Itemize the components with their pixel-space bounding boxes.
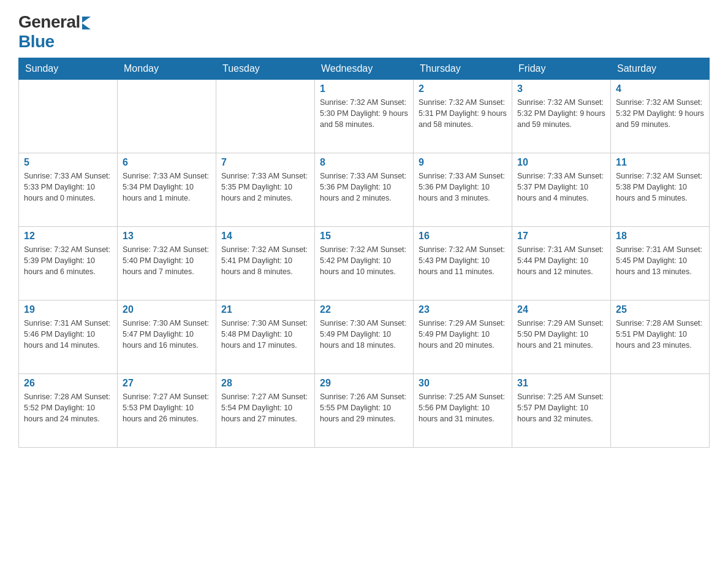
day-info: Sunrise: 7:28 AM Sunset: 5:52 PM Dayligh… xyxy=(24,391,112,424)
day-info: Sunrise: 7:32 AM Sunset: 5:32 PM Dayligh… xyxy=(517,97,605,130)
day-number: 8 xyxy=(320,157,408,168)
day-info: Sunrise: 7:33 AM Sunset: 5:36 PM Dayligh… xyxy=(320,170,408,204)
day-info: Sunrise: 7:33 AM Sunset: 5:35 PM Dayligh… xyxy=(221,170,309,204)
calendar-header-sunday: Sunday xyxy=(19,58,118,80)
calendar-cell xyxy=(216,80,315,153)
calendar-cell: 25Sunrise: 7:28 AM Sunset: 5:51 PM Dayli… xyxy=(611,301,710,374)
logo-blue-text: Blue xyxy=(18,32,55,51)
day-info: Sunrise: 7:30 AM Sunset: 5:47 PM Dayligh… xyxy=(123,318,211,351)
day-number: 25 xyxy=(616,304,704,315)
day-info: Sunrise: 7:32 AM Sunset: 5:32 PM Dayligh… xyxy=(616,97,704,130)
day-number: 11 xyxy=(616,157,704,168)
day-info: Sunrise: 7:25 AM Sunset: 5:56 PM Dayligh… xyxy=(419,391,507,424)
calendar-cell: 12Sunrise: 7:32 AM Sunset: 5:39 PM Dayli… xyxy=(19,227,118,301)
day-number: 5 xyxy=(24,157,112,168)
day-number: 10 xyxy=(517,157,605,168)
calendar-header-saturday: Saturday xyxy=(611,58,710,80)
day-info: Sunrise: 7:31 AM Sunset: 5:44 PM Dayligh… xyxy=(517,244,605,277)
logo: General Blue xyxy=(18,12,91,52)
calendar-cell: 4Sunrise: 7:32 AM Sunset: 5:32 PM Daylig… xyxy=(611,80,710,153)
calendar-header-tuesday: Tuesday xyxy=(216,58,315,80)
day-info: Sunrise: 7:25 AM Sunset: 5:57 PM Dayligh… xyxy=(517,391,605,424)
day-info: Sunrise: 7:28 AM Sunset: 5:51 PM Dayligh… xyxy=(616,318,704,351)
calendar-cell: 7Sunrise: 7:33 AM Sunset: 5:35 PM Daylig… xyxy=(216,153,315,227)
day-number: 29 xyxy=(320,378,408,389)
calendar-cell xyxy=(118,80,216,153)
calendar-cell: 16Sunrise: 7:32 AM Sunset: 5:43 PM Dayli… xyxy=(414,227,512,301)
calendar-cell: 2Sunrise: 7:32 AM Sunset: 5:31 PM Daylig… xyxy=(414,80,512,153)
day-number: 24 xyxy=(517,304,605,315)
day-number: 9 xyxy=(419,157,507,168)
day-number: 28 xyxy=(221,378,309,389)
calendar-cell: 31Sunrise: 7:25 AM Sunset: 5:57 PM Dayli… xyxy=(512,374,611,448)
day-info: Sunrise: 7:26 AM Sunset: 5:55 PM Dayligh… xyxy=(320,391,408,424)
day-number: 27 xyxy=(123,378,211,389)
calendar-cell: 21Sunrise: 7:30 AM Sunset: 5:48 PM Dayli… xyxy=(216,301,315,374)
day-number: 18 xyxy=(616,231,704,242)
day-number: 16 xyxy=(419,231,507,242)
calendar-week-row: 1Sunrise: 7:32 AM Sunset: 5:30 PM Daylig… xyxy=(19,80,710,153)
day-info: Sunrise: 7:27 AM Sunset: 5:53 PM Dayligh… xyxy=(123,391,211,424)
day-number: 2 xyxy=(419,83,507,94)
calendar-header-row: SundayMondayTuesdayWednesdayThursdayFrid… xyxy=(19,58,710,80)
calendar-header-wednesday: Wednesday xyxy=(315,58,414,80)
calendar-header-friday: Friday xyxy=(512,58,611,80)
calendar-cell: 17Sunrise: 7:31 AM Sunset: 5:44 PM Dayli… xyxy=(512,227,611,301)
calendar-cell: 24Sunrise: 7:29 AM Sunset: 5:50 PM Dayli… xyxy=(512,301,611,374)
day-info: Sunrise: 7:32 AM Sunset: 5:31 PM Dayligh… xyxy=(419,97,507,130)
day-number: 6 xyxy=(123,157,211,168)
day-number: 7 xyxy=(221,157,309,168)
day-info: Sunrise: 7:32 AM Sunset: 5:41 PM Dayligh… xyxy=(221,244,309,277)
calendar-cell: 10Sunrise: 7:33 AM Sunset: 5:37 PM Dayli… xyxy=(512,153,611,227)
day-number: 12 xyxy=(24,231,112,242)
day-info: Sunrise: 7:30 AM Sunset: 5:48 PM Dayligh… xyxy=(221,318,309,351)
calendar-cell: 30Sunrise: 7:25 AM Sunset: 5:56 PM Dayli… xyxy=(414,374,512,448)
calendar-week-row: 12Sunrise: 7:32 AM Sunset: 5:39 PM Dayli… xyxy=(19,227,710,301)
calendar-week-row: 5Sunrise: 7:33 AM Sunset: 5:33 PM Daylig… xyxy=(19,153,710,227)
page-header: General Blue xyxy=(18,12,710,52)
day-info: Sunrise: 7:33 AM Sunset: 5:37 PM Dayligh… xyxy=(517,170,605,204)
day-number: 20 xyxy=(123,304,211,315)
calendar-cell: 26Sunrise: 7:28 AM Sunset: 5:52 PM Dayli… xyxy=(19,374,118,448)
day-info: Sunrise: 7:31 AM Sunset: 5:45 PM Dayligh… xyxy=(616,244,704,277)
day-info: Sunrise: 7:30 AM Sunset: 5:49 PM Dayligh… xyxy=(320,318,408,351)
day-info: Sunrise: 7:32 AM Sunset: 5:39 PM Dayligh… xyxy=(24,244,112,277)
calendar-cell xyxy=(19,80,118,153)
day-number: 4 xyxy=(616,83,704,94)
calendar-cell: 18Sunrise: 7:31 AM Sunset: 5:45 PM Dayli… xyxy=(611,227,710,301)
day-info: Sunrise: 7:32 AM Sunset: 5:42 PM Dayligh… xyxy=(320,244,408,277)
day-number: 19 xyxy=(24,304,112,315)
calendar-cell: 23Sunrise: 7:29 AM Sunset: 5:49 PM Dayli… xyxy=(414,301,512,374)
calendar-cell: 28Sunrise: 7:27 AM Sunset: 5:54 PM Dayli… xyxy=(216,374,315,448)
day-number: 26 xyxy=(24,378,112,389)
calendar-cell: 22Sunrise: 7:30 AM Sunset: 5:49 PM Dayli… xyxy=(315,301,414,374)
calendar-cell: 9Sunrise: 7:33 AM Sunset: 5:36 PM Daylig… xyxy=(414,153,512,227)
day-info: Sunrise: 7:32 AM Sunset: 5:38 PM Dayligh… xyxy=(616,170,704,204)
day-info: Sunrise: 7:29 AM Sunset: 5:50 PM Dayligh… xyxy=(517,318,605,351)
day-info: Sunrise: 7:27 AM Sunset: 5:54 PM Dayligh… xyxy=(221,391,309,424)
day-number: 30 xyxy=(419,378,507,389)
day-number: 3 xyxy=(517,83,605,94)
calendar-table: SundayMondayTuesdayWednesdayThursdayFrid… xyxy=(18,58,710,448)
calendar-cell: 1Sunrise: 7:32 AM Sunset: 5:30 PM Daylig… xyxy=(315,80,414,153)
day-info: Sunrise: 7:33 AM Sunset: 5:34 PM Dayligh… xyxy=(123,170,211,204)
calendar-cell: 3Sunrise: 7:32 AM Sunset: 5:32 PM Daylig… xyxy=(512,80,611,153)
calendar-cell: 14Sunrise: 7:32 AM Sunset: 5:41 PM Dayli… xyxy=(216,227,315,301)
calendar-week-row: 19Sunrise: 7:31 AM Sunset: 5:46 PM Dayli… xyxy=(19,301,710,374)
day-number: 31 xyxy=(517,378,605,389)
day-info: Sunrise: 7:29 AM Sunset: 5:49 PM Dayligh… xyxy=(419,318,507,351)
logo-general-text: General xyxy=(18,12,80,32)
calendar-cell xyxy=(611,374,710,448)
day-info: Sunrise: 7:32 AM Sunset: 5:40 PM Dayligh… xyxy=(123,244,211,277)
day-number: 13 xyxy=(123,231,211,242)
calendar-header-thursday: Thursday xyxy=(414,58,512,80)
day-number: 14 xyxy=(221,231,309,242)
calendar-cell: 15Sunrise: 7:32 AM Sunset: 5:42 PM Dayli… xyxy=(315,227,414,301)
calendar-cell: 6Sunrise: 7:33 AM Sunset: 5:34 PM Daylig… xyxy=(118,153,216,227)
day-number: 22 xyxy=(320,304,408,315)
day-number: 15 xyxy=(320,231,408,242)
day-info: Sunrise: 7:33 AM Sunset: 5:33 PM Dayligh… xyxy=(24,170,112,204)
day-number: 23 xyxy=(419,304,507,315)
calendar-cell: 8Sunrise: 7:33 AM Sunset: 5:36 PM Daylig… xyxy=(315,153,414,227)
calendar-cell: 19Sunrise: 7:31 AM Sunset: 5:46 PM Dayli… xyxy=(19,301,118,374)
